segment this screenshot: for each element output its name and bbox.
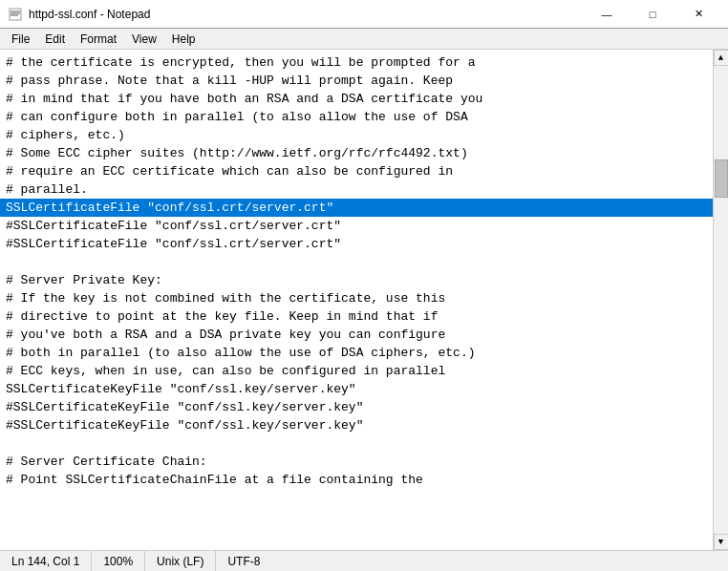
scrollbar-track[interactable] [714, 66, 728, 534]
menu-item-edit[interactable]: Edit [37, 31, 73, 47]
svg-rect-0 [10, 9, 21, 20]
editor-line[interactable]: # Some ECC cipher suites (http://www.iet… [0, 144, 713, 162]
editor-line[interactable]: # the certificate is encrypted, then you… [0, 53, 713, 72]
editor-line[interactable]: # parallel. [0, 180, 713, 199]
title-bar: httpd-ssl.conf - Notepad — □ ✕ [0, 0, 728, 29]
encoding: UTF-8 [216, 551, 271, 571]
editor-line[interactable]: SSLCertificateKeyFile "conf/ssl.key/serv… [0, 380, 713, 398]
status-bar: Ln 144, Col 1 100% Unix (LF) UTF-8 [0, 550, 728, 571]
editor-line[interactable]: # can configure both in parallel (to als… [0, 108, 713, 126]
menu-item-file[interactable]: File [4, 31, 37, 47]
menu-item-help[interactable]: Help [164, 31, 203, 47]
editor-line[interactable] [0, 253, 713, 271]
vertical-scrollbar[interactable]: ▲ ▼ [713, 50, 728, 550]
maximize-button[interactable]: □ [631, 5, 674, 24]
editor-line[interactable]: # Point SSLCertificateChainFile at a fil… [0, 471, 713, 489]
scrollbar-thumb[interactable] [715, 159, 728, 198]
editor-line[interactable]: #SSLCertificateFile "conf/ssl.crt/server… [0, 235, 713, 253]
title-bar-controls: — □ ✕ [585, 5, 720, 24]
editor-line[interactable]: #SSLCertificateFile "conf/ssl.crt/server… [0, 217, 713, 235]
zoom-level: 100% [92, 551, 145, 571]
editor-line[interactable]: # directive to point at the key file. Ke… [0, 307, 713, 326]
editor-container: # the certificate is encrypted, then you… [0, 50, 728, 550]
editor-line[interactable]: # in mind that if you have both an RSA a… [0, 90, 713, 108]
editor-line[interactable]: # Server Private Key: [0, 271, 713, 289]
editor-line[interactable] [0, 434, 713, 453]
editor-lines: # the certificate is encrypted, then you… [0, 53, 713, 489]
editor-line[interactable]: # If the key is not combined with the ce… [0, 289, 713, 307]
editor-line[interactable]: # ciphers, etc.) [0, 126, 713, 144]
window-title: httpd-ssl.conf - Notepad [29, 8, 150, 21]
editor-line[interactable]: # both in parallel (to also allow the us… [0, 344, 713, 362]
editor-line[interactable]: # ECC keys, when in use, can also be con… [0, 362, 713, 380]
title-bar-left: httpd-ssl.conf - Notepad [8, 7, 150, 22]
editor-line[interactable]: # pass phrase. Note that a kill -HUP wil… [0, 72, 713, 90]
editor-line[interactable]: # you've both a RSA and a DSA private ke… [0, 326, 713, 344]
line-ending: Unix (LF) [145, 551, 216, 571]
editor-line[interactable]: #SSLCertificateKeyFile "conf/ssl.key/ser… [0, 398, 713, 416]
close-button[interactable]: ✕ [676, 5, 720, 24]
app-icon [8, 7, 23, 22]
cursor-position: Ln 144, Col 1 [0, 551, 92, 571]
menu-item-view[interactable]: View [124, 31, 164, 47]
editor-line[interactable]: SSLCertificateFile "conf/ssl.crt/server.… [0, 199, 713, 217]
editor-line[interactable]: #SSLCertificateKeyFile "conf/ssl.key/ser… [0, 416, 713, 434]
editor-line[interactable]: # Server Certificate Chain: [0, 453, 713, 471]
scroll-down-button[interactable]: ▼ [714, 534, 729, 550]
minimize-button[interactable]: — [585, 5, 629, 24]
editor-content[interactable]: # the certificate is encrypted, then you… [0, 50, 713, 550]
scroll-up-button[interactable]: ▲ [714, 50, 729, 66]
editor-line[interactable]: # require an ECC certificate which can a… [0, 162, 713, 180]
menu-bar: FileEditFormatViewHelp [0, 29, 728, 50]
menu-item-format[interactable]: Format [73, 31, 124, 47]
